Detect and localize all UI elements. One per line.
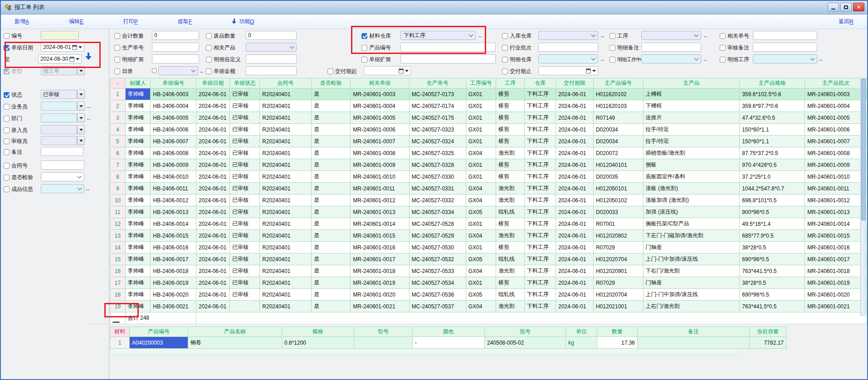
grid-cell[interactable]: HB-2406-0018	[151, 265, 196, 277]
grid-cell[interactable]: 侧板	[643, 159, 740, 171]
grid-cell[interactable]: 下料工序	[524, 206, 556, 218]
grid-cell[interactable]: 上门-门中加强/滚压线	[643, 289, 740, 301]
detail-process-checkbox[interactable]	[720, 57, 726, 63]
grid-cell[interactable]: HB-2406-0007	[151, 136, 196, 147]
grid-cell[interactable]: 2024-06-01	[556, 147, 593, 159]
grid-cell[interactable]: R20240401	[260, 159, 312, 171]
grid-cell[interactable]: 2024-06-01	[556, 289, 593, 301]
contract-no-input[interactable]	[41, 161, 84, 170]
grid-cell[interactable]: 87.75*37.2*0.5	[740, 147, 805, 159]
grid-cell[interactable]: 2024-06-01	[196, 230, 229, 242]
grid-cell[interactable]: MC-240527-0537	[409, 301, 466, 312]
grid-cell[interactable]: 2024-06-01	[556, 195, 593, 206]
grid-cell[interactable]: R07001	[593, 218, 643, 230]
grid-cell[interactable]: MR-240601-0016	[351, 242, 409, 253]
grid-cell[interactable]: R07149	[593, 112, 643, 124]
grid-cell[interactable]: 已审核	[230, 218, 260, 230]
grid-cell[interactable]: MC-240527-0324	[409, 136, 466, 147]
close-button[interactable]: ×	[853, 3, 864, 11]
grid-cell[interactable]: 下左门-门磁加强/激光割	[643, 230, 740, 242]
grid-cell[interactable]: 拉手/待定	[643, 136, 740, 147]
doc-date-to-picker[interactable]: 2024-06-30	[38, 54, 82, 63]
grid-cell[interactable]: 已审核	[230, 253, 260, 265]
grid-cell[interactable]: MR-240601-0012	[351, 195, 409, 206]
scrollbar-thumb[interactable]	[861, 79, 866, 220]
grid-cell[interactable]: 顶板加强 (激光割)	[643, 195, 740, 206]
grid-cell[interactable]: 是	[311, 183, 350, 195]
grid-cell[interactable]: 2024-06-01	[556, 124, 593, 136]
grid-column-header[interactable]: 主产品	[643, 78, 740, 88]
grid-cell[interactable]: MR-240601-0006	[805, 124, 867, 136]
grid-cell[interactable]: 下料工序	[524, 277, 556, 289]
grid-cell[interactable]: MR-240601-0010	[805, 171, 867, 183]
grid-cell[interactable]: 已审核	[230, 124, 260, 136]
grid-cell[interactable]: 上门-门中加强/滚压线	[643, 253, 740, 265]
grid-cell[interactable]: MR-240601-0005	[805, 112, 867, 124]
detail-workcenter-checkbox[interactable]	[610, 57, 615, 63]
table-row[interactable]: 15李帅峰HB-2406-00172024-06-01已审核R20240401是…	[110, 253, 867, 265]
grid-column-header[interactable]: 是否检验	[311, 78, 350, 88]
grid-cell[interactable]: 696.8*101*0.5	[740, 195, 805, 206]
grid-cell[interactable]: 横剪	[496, 136, 524, 147]
grid-cell[interactable]: 李帅峰	[125, 265, 151, 277]
grid-cell[interactable]: MC-240527-0533	[409, 265, 466, 277]
grid-cell[interactable]: 2024-06-01	[556, 230, 593, 242]
grid-cell[interactable]: 0.6*1200	[282, 337, 354, 349]
grid-column-header[interactable]: 型号	[354, 327, 413, 337]
grid-cell[interactable]: 是	[311, 242, 350, 253]
grid-cell[interactable]: 横剪	[496, 124, 524, 136]
splitter-grip-icon[interactable]	[112, 322, 120, 323]
grid-cell[interactable]: R20240401	[260, 289, 312, 301]
grid-cell[interactable]	[638, 337, 750, 349]
grid-cell[interactable]: MR-240601-0003	[351, 88, 409, 100]
grid-column-header[interactable]: 交付期限	[556, 78, 593, 88]
grid-cell[interactable]: R20240401	[260, 218, 312, 230]
grid-cell[interactable]: MC-240527-0331	[409, 183, 466, 195]
grid-cell[interactable]: R20240401	[260, 112, 312, 124]
detail-workcenter-select[interactable]	[641, 54, 701, 63]
grid-cell[interactable]: HB-2406-0005	[151, 112, 196, 124]
inspection-checkbox[interactable]	[4, 175, 10, 180]
grid-cell[interactable]: MR-240601-0021	[351, 301, 409, 312]
grid-cell[interactable]: D020033	[593, 206, 643, 218]
grid-cell[interactable]: H011620102	[593, 88, 643, 100]
grid-cell[interactable]: 搁板托架/C型产品	[643, 218, 740, 230]
related-product-checkbox[interactable]	[206, 45, 212, 51]
grid-cell[interactable]: 2024-06-01	[196, 218, 229, 230]
grid-cell[interactable]: R20240401	[260, 136, 312, 147]
grid-cell[interactable]: 已审核	[230, 147, 260, 159]
grid-cell[interactable]: MR-240601-0015	[805, 230, 867, 242]
remark-input[interactable]	[41, 147, 83, 156]
toolbar-new-button[interactable]: 新增A	[15, 18, 29, 25]
grid-cell[interactable]: 2024-06-01	[556, 100, 593, 112]
table-row[interactable]: 2李帅峰HB-2406-00042024-06-01已审核R20240401是M…	[110, 100, 867, 112]
grid-cell[interactable]: GX01	[466, 88, 496, 100]
grid-column-header[interactable]: 单据日期	[196, 78, 229, 88]
grid-cell[interactable]: R20240401	[260, 88, 312, 100]
vertical-scrollbar[interactable]	[860, 78, 866, 316]
grid-cell[interactable]: HB-2406-0013	[151, 206, 196, 218]
grid-cell[interactable]: 685*77.9*0.5	[740, 230, 805, 242]
auditor-dropdown-button[interactable]	[77, 136, 85, 145]
more-icon[interactable]: ..	[87, 103, 91, 109]
process-checkbox[interactable]	[610, 33, 615, 39]
grid-cell[interactable]: 已审核	[230, 183, 260, 195]
grid-cell[interactable]: 底板固定件/条料	[643, 171, 740, 183]
department-input[interactable]	[41, 113, 77, 122]
status-checkbox[interactable]	[4, 92, 10, 98]
minimize-button[interactable]	[828, 3, 839, 11]
grid-cell[interactable]: HB-2406-0015	[151, 230, 196, 242]
catalog-checkbox[interactable]	[114, 68, 120, 74]
grid-cell[interactable]: MR-240601-0007	[805, 136, 867, 147]
grid-cell[interactable]: 连接片	[643, 112, 740, 124]
delivery-from-checkbox[interactable]	[327, 68, 333, 74]
detail-remark-input[interactable]	[641, 43, 701, 52]
grid-cell[interactable]: 下料工序	[524, 218, 556, 230]
grid-cell[interactable]: 690*96*0.5	[740, 289, 805, 301]
grid-cell[interactable]: 14	[110, 242, 126, 253]
grid-cell[interactable]: 下右门/激光割	[643, 265, 740, 277]
grid-cell[interactable]: 2024-06-01	[196, 265, 229, 277]
grid-cell[interactable]: 2024-06-01	[556, 242, 593, 253]
grid-cell[interactable]: 是	[311, 88, 350, 100]
industry-batch-input[interactable]	[538, 43, 598, 52]
